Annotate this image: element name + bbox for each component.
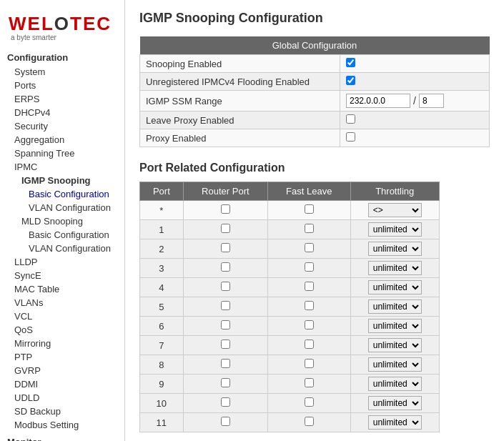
sidebar-item-aggregation[interactable]: Aggregation	[0, 133, 124, 147]
sidebar-item-ptp[interactable]: PTP	[0, 350, 124, 364]
sidebar-item-ipmc[interactable]: IPMC	[0, 160, 124, 174]
throttling-cell-11: unlimited 1248	[350, 413, 440, 432]
sidebar-item-system[interactable]: System	[0, 65, 124, 79]
fast-leave-cell-4	[268, 278, 350, 297]
fast-leave-checkbox-2[interactable]	[305, 243, 314, 252]
sidebar-item-mirroring[interactable]: Mirroring	[0, 337, 124, 350]
fast-leave-checkbox-1[interactable]	[305, 224, 314, 233]
sidebar-item-lldp[interactable]: LLDP	[0, 255, 124, 269]
sidebar-section-monitor: Monitor	[0, 435, 124, 441]
sidebar-item-synce[interactable]: SyncE	[0, 269, 124, 282]
sidebar-item-gvrp[interactable]: GVRP	[0, 364, 124, 377]
router-port-checkbox-8[interactable]	[221, 359, 230, 368]
sidebar-item-mld-vlan-config[interactable]: VLAN Configuration	[0, 242, 124, 255]
fast-leave-cell-6	[268, 317, 350, 336]
router-port-cell-3	[183, 259, 267, 278]
router-port-checkbox-9[interactable]	[221, 378, 230, 387]
throttling-select-2[interactable]: unlimited 1248	[368, 242, 422, 256]
router-port-cell-1	[183, 220, 267, 239]
sidebar-item-basic-config[interactable]: Basic Configuration	[0, 187, 124, 201]
sidebar-item-dhcpv4[interactable]: DHCPv4	[0, 106, 124, 119]
fast-leave-cell-11	[268, 413, 350, 432]
logo-tagline: a byte smarter	[11, 34, 116, 41]
fast-leave-cell-1	[268, 220, 350, 239]
fast-leave-checkbox-3[interactable]	[305, 262, 314, 272]
router-port-checkbox-3[interactable]	[221, 262, 230, 272]
sidebar-item-spanning-tree[interactable]: Spanning Tree	[0, 147, 124, 160]
wildcard-throttling-cell: <> unlimited 1248	[350, 201, 440, 220]
sidebar-item-vlan-config[interactable]: VLAN Configuration	[0, 201, 124, 214]
throttling-select-7[interactable]: unlimited 1248	[368, 338, 422, 352]
sidebar-item-qos[interactable]: QoS	[0, 323, 124, 337]
throttling-select-4[interactable]: unlimited 1248	[368, 280, 422, 294]
wildcard-fast-leave-checkbox[interactable]	[305, 204, 314, 214]
proxy-enabled-checkbox[interactable]	[346, 132, 355, 142]
wildcard-router-port-checkbox[interactable]	[221, 204, 230, 214]
throttling-cell-3: unlimited 1248	[350, 259, 440, 278]
sidebar-item-sd-backup[interactable]: SD Backup	[0, 405, 124, 418]
throttling-select-5[interactable]: unlimited 1248	[368, 299, 422, 314]
wildcard-throttling-select[interactable]: <> unlimited 1248	[368, 203, 422, 217]
sidebar: WELOTEC a byte smarter Configuration Sys…	[0, 0, 125, 441]
fast-leave-checkbox-8[interactable]	[305, 359, 314, 368]
sidebar-item-ddmi[interactable]: DDMI	[0, 377, 124, 391]
port-row-10: 10 unlimited 1248	[140, 394, 440, 413]
sidebar-item-security[interactable]: Security	[0, 119, 124, 133]
router-port-checkbox-7[interactable]	[221, 340, 230, 349]
router-port-checkbox-10[interactable]	[221, 397, 230, 407]
router-port-checkbox-11[interactable]	[221, 417, 230, 426]
sidebar-item-igmp-snooping[interactable]: IGMP Snooping	[0, 174, 124, 187]
router-port-checkbox-6[interactable]	[221, 320, 230, 329]
snooping-enabled-row: Snooping Enabled	[140, 55, 490, 73]
fast-leave-checkbox-6[interactable]	[305, 320, 314, 329]
sidebar-item-erps[interactable]: ERPS	[0, 92, 124, 106]
port-number-cell: 1	[140, 220, 184, 239]
sidebar-item-udld[interactable]: UDLD	[0, 391, 124, 405]
fast-leave-checkbox-10[interactable]	[305, 397, 314, 407]
throttling-select-6[interactable]: unlimited 1248	[368, 319, 422, 333]
router-port-cell-11	[183, 413, 267, 432]
port-number-cell: 11	[140, 413, 184, 432]
proxy-enabled-cell	[340, 129, 490, 147]
unregistered-flooding-checkbox[interactable]	[346, 76, 355, 85]
fast-leave-checkbox-9[interactable]	[305, 378, 314, 387]
sidebar-item-modbus[interactable]: Modbus Setting	[0, 418, 124, 432]
throttling-select-8[interactable]: unlimited 1248	[368, 357, 422, 372]
leave-proxy-label: Leave Proxy Enabled	[140, 112, 340, 129]
router-port-checkbox-4[interactable]	[221, 282, 230, 291]
fast-leave-cell-9	[268, 375, 350, 394]
snooping-enabled-checkbox[interactable]	[346, 58, 355, 67]
router-port-checkbox-5[interactable]	[221, 301, 230, 310]
wildcard-port-cell: *	[140, 201, 184, 220]
igmp-ssm-prefix-input[interactable]	[419, 94, 444, 108]
unregistered-flooding-cell	[340, 73, 490, 91]
sidebar-item-mld-basic-config[interactable]: Basic Configuration	[0, 228, 124, 242]
fast-leave-checkbox-5[interactable]	[305, 301, 314, 310]
port-table: Port Router Port Fast Leave Throttling *	[139, 182, 440, 432]
snooping-enabled-label: Snooping Enabled	[140, 55, 340, 73]
sidebar-item-ports[interactable]: Ports	[0, 79, 124, 92]
fast-leave-cell-5	[268, 297, 350, 317]
sidebar-item-mac-table[interactable]: MAC Table	[0, 282, 124, 296]
leave-proxy-checkbox[interactable]	[346, 114, 355, 124]
throttling-select-10[interactable]: unlimited 1248	[368, 396, 422, 410]
global-config-header: Global Configuration	[140, 36, 490, 55]
router-port-cell-10	[183, 394, 267, 413]
throttling-select-3[interactable]: unlimited 1248	[368, 261, 422, 275]
port-number-cell: 6	[140, 317, 184, 336]
throttling-select-11[interactable]: unlimited 1248	[368, 415, 422, 430]
throttling-select-9[interactable]: unlimited 1248	[368, 377, 422, 391]
sidebar-item-vlans[interactable]: VLANs	[0, 296, 124, 309]
sidebar-item-vcl[interactable]: VCL	[0, 309, 124, 323]
throttling-select-1[interactable]: unlimited 1248	[368, 222, 422, 237]
router-port-checkbox-1[interactable]	[221, 224, 230, 233]
sidebar-item-mld-snooping[interactable]: MLD Snooping	[0, 214, 124, 228]
fast-leave-checkbox-7[interactable]	[305, 340, 314, 349]
throttling-cell-1: unlimited 1248	[350, 220, 440, 239]
router-port-cell-6	[183, 317, 267, 336]
igmp-ssm-value-input[interactable]	[346, 94, 410, 108]
router-port-checkbox-2[interactable]	[221, 243, 230, 252]
port-row-9: 9 unlimited 1248	[140, 375, 440, 394]
fast-leave-checkbox-4[interactable]	[305, 282, 314, 291]
fast-leave-checkbox-11[interactable]	[305, 417, 314, 426]
